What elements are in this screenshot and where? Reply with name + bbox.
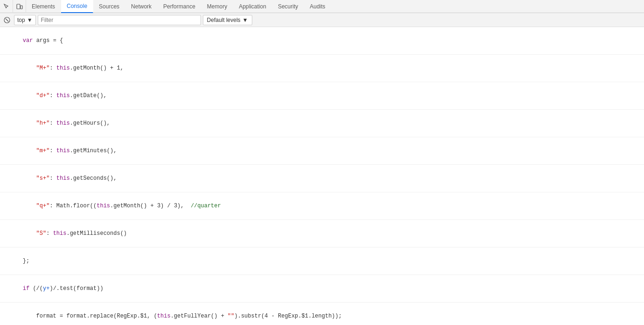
code-line-9: }; [0, 247, 644, 275]
code-line-4: "h+": this.getHours(), [0, 110, 644, 137]
tab-performance[interactable]: Performance [158, 0, 201, 13]
tab-memory[interactable]: Memory [201, 0, 233, 13]
svg-line-3 [6, 19, 8, 21]
code-line-11: format = format.replace(RegExp.$1, (this… [0, 303, 644, 325]
inspect-icon[interactable] [0, 0, 13, 13]
code-line-8: "S": this.getMilliseconds() [0, 220, 644, 247]
code-line-2: "M+": this.getMonth() + 1, [0, 55, 644, 82]
code-line-1: var args = { [0, 27, 644, 55]
code-line-5: "m+": this.getMinutes(), [0, 137, 644, 165]
console-toolbar: top ▼ Default levels ▼ [0, 13, 644, 27]
svg-rect-1 [21, 6, 22, 9]
context-label: top [17, 17, 25, 23]
context-selector[interactable]: top ▼ [14, 15, 36, 25]
tab-sources[interactable]: Sources [93, 0, 125, 13]
clear-console-button[interactable] [2, 15, 12, 25]
main-toolbar: Elements Console Sources Network Perform… [0, 0, 644, 13]
tab-bar: Elements Console Sources Network Perform… [26, 0, 644, 13]
levels-label: Default levels [207, 17, 241, 23]
console-content[interactable]: var args = { "M+": this.getMonth() + 1, … [0, 27, 644, 325]
code-line-3: "d+": this.getDate(), [0, 82, 644, 110]
code-line-6: "s+": this.getSeconds(), [0, 165, 644, 192]
tab-application[interactable]: Application [233, 0, 272, 13]
levels-dropdown[interactable]: Default levels ▼ [203, 15, 252, 25]
device-icon[interactable] [13, 0, 26, 13]
tab-console[interactable]: Console [61, 0, 93, 13]
code-line-10: if (/(y+)/.test(format)) [0, 275, 644, 303]
tab-network[interactable]: Network [125, 0, 158, 13]
filter-input[interactable] [38, 15, 201, 25]
tab-elements[interactable]: Elements [26, 0, 61, 13]
tab-audits[interactable]: Audits [304, 0, 331, 13]
tab-security[interactable]: Security [272, 0, 304, 13]
context-dropdown-icon: ▼ [27, 17, 33, 23]
code-line-7: "q+": Math.floor((this.getMonth() + 3) /… [0, 192, 644, 220]
svg-rect-0 [17, 4, 20, 9]
levels-dropdown-icon: ▼ [242, 17, 248, 23]
